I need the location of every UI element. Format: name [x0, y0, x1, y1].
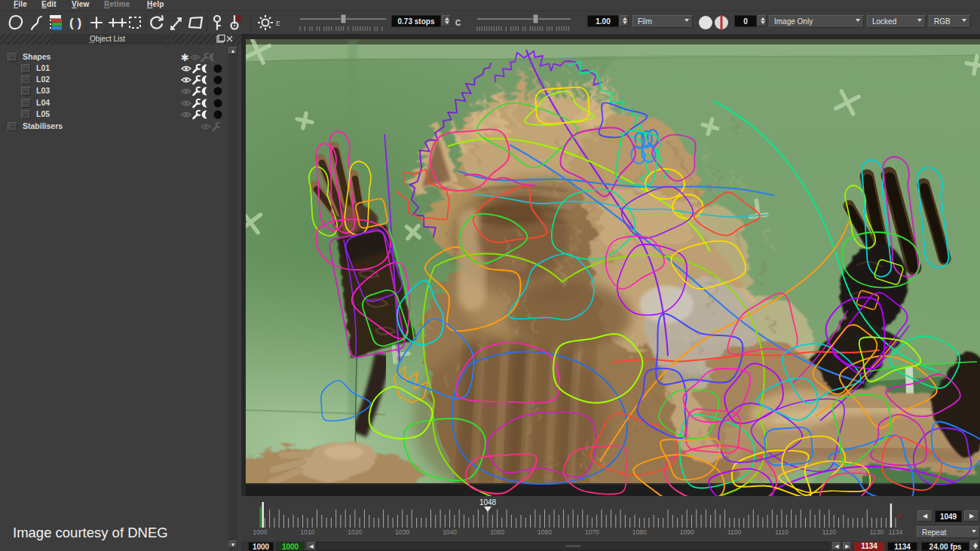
svg-text:1134: 1134	[889, 528, 903, 536]
svg-text:1040: 1040	[443, 528, 457, 536]
svg-text:1020: 1020	[348, 528, 362, 536]
svg-text:1030: 1030	[395, 528, 409, 536]
svg-text:✱: ✱	[181, 52, 189, 63]
svg-text:E: E	[276, 20, 280, 27]
svg-text:C: C	[455, 19, 461, 27]
svg-text:1100: 1100	[727, 528, 742, 536]
svg-text:1080: 1080	[632, 528, 647, 536]
svg-text:1050: 1050	[490, 528, 504, 536]
svg-text:1060: 1060	[537, 528, 552, 536]
svg-text:1070: 1070	[585, 528, 599, 536]
svg-text:1120: 1120	[822, 528, 837, 536]
svg-text:1048: 1048	[479, 498, 497, 507]
svg-text:( ): ( )	[69, 16, 81, 30]
svg-text:1090: 1090	[680, 528, 694, 536]
svg-text:1110: 1110	[775, 528, 789, 536]
svg-text:1010: 1010	[300, 528, 314, 536]
svg-text:1130: 1130	[870, 528, 884, 536]
svg-text:1000: 1000	[253, 528, 268, 536]
